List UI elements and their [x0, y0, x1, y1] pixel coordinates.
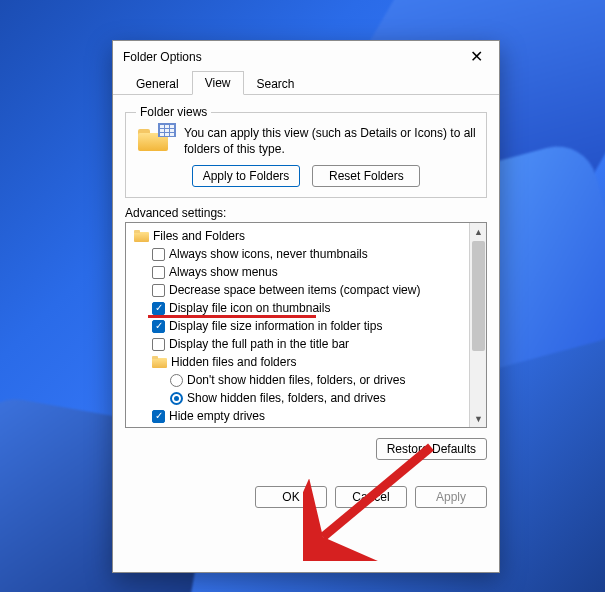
- scroll-thumb[interactable]: [472, 241, 485, 351]
- tree-content: Files and Folders Always show icons, nev…: [126, 223, 469, 427]
- tree-root-label: Files and Folders: [153, 227, 245, 245]
- opt-show-hidden[interactable]: Show hidden files, folders, and drives: [130, 389, 465, 407]
- folder-options-dialog: Folder Options ✕ General View Search Fol…: [112, 40, 500, 573]
- cancel-button[interactable]: Cancel: [335, 486, 407, 508]
- scroll-up-icon[interactable]: ▲: [470, 223, 487, 240]
- opt-label: Display the full path in the title bar: [169, 335, 349, 353]
- opt-label: Display file size information in folder …: [169, 317, 382, 335]
- tab-view[interactable]: View: [192, 71, 244, 95]
- opt-label: Always show menus: [169, 263, 278, 281]
- apply-to-folders-button[interactable]: Apply to Folders: [192, 165, 301, 187]
- tab-search[interactable]: Search: [244, 72, 308, 95]
- opt-icon-on-thumbnails[interactable]: Display file icon on thumbnails: [130, 299, 465, 317]
- opt-compact-view[interactable]: Decrease space between items (compact vi…: [130, 281, 465, 299]
- opt-label: Display file icon on thumbnails: [169, 299, 330, 317]
- titlebar: Folder Options ✕: [113, 41, 499, 71]
- folder-views-icon: [136, 125, 174, 155]
- opt-hide-empty-drives[interactable]: Hide empty drives: [130, 407, 465, 425]
- opt-label: Hide extensions for known file types: [169, 425, 360, 427]
- folder-icon: [134, 230, 149, 242]
- checkbox[interactable]: [152, 284, 165, 297]
- opt-label: Show hidden files, folders, and drives: [187, 389, 386, 407]
- tab-panel-view: Folder views You can apply this view (su…: [113, 95, 499, 470]
- tab-general[interactable]: General: [123, 72, 192, 95]
- dialog-button-row: OK Cancel Apply: [113, 476, 499, 508]
- group-label: Hidden files and folders: [171, 353, 296, 371]
- tree-root-files-and-folders[interactable]: Files and Folders: [130, 227, 465, 245]
- opt-always-icons[interactable]: Always show icons, never thumbnails: [130, 245, 465, 263]
- opt-label: Hide empty drives: [169, 407, 265, 425]
- ok-button[interactable]: OK: [255, 486, 327, 508]
- window-title: Folder Options: [123, 50, 202, 64]
- tree-scrollbar[interactable]: ▲ ▼: [469, 223, 486, 427]
- close-icon[interactable]: ✕: [464, 47, 489, 67]
- tabstrip: General View Search: [113, 71, 499, 95]
- folder-views-legend: Folder views: [136, 105, 211, 119]
- folder-views-description: You can apply this view (such as Details…: [184, 125, 476, 157]
- advanced-settings-tree: Files and Folders Always show icons, nev…: [125, 222, 487, 428]
- opt-label: Decrease space between items (compact vi…: [169, 281, 420, 299]
- checkbox[interactable]: [152, 410, 165, 423]
- opt-size-in-tips[interactable]: Display file size information in folder …: [130, 317, 465, 335]
- opt-always-menus[interactable]: Always show menus: [130, 263, 465, 281]
- restore-defaults-button[interactable]: Restore Defaults: [376, 438, 487, 460]
- folder-icon: [152, 356, 167, 368]
- reset-folders-button[interactable]: Reset Folders: [312, 165, 420, 187]
- opt-dont-show-hidden[interactable]: Don't show hidden files, folders, or dri…: [130, 371, 465, 389]
- tree-group-hidden-files[interactable]: Hidden files and folders: [130, 353, 465, 371]
- radio[interactable]: [170, 374, 183, 387]
- radio[interactable]: [170, 392, 183, 405]
- checkbox[interactable]: [152, 338, 165, 351]
- opt-label: Always show icons, never thumbnails: [169, 245, 368, 263]
- checkbox[interactable]: [152, 302, 165, 315]
- scroll-down-icon[interactable]: ▼: [470, 410, 487, 427]
- advanced-settings-label: Advanced settings:: [125, 206, 487, 220]
- checkbox[interactable]: [152, 320, 165, 333]
- opt-hide-extensions[interactable]: Hide extensions for known file types: [130, 425, 465, 427]
- opt-full-path-titlebar[interactable]: Display the full path in the title bar: [130, 335, 465, 353]
- checkbox[interactable]: [152, 266, 165, 279]
- opt-label: Don't show hidden files, folders, or dri…: [187, 371, 405, 389]
- checkbox[interactable]: [152, 248, 165, 261]
- apply-button[interactable]: Apply: [415, 486, 487, 508]
- folder-views-group: Folder views You can apply this view (su…: [125, 105, 487, 198]
